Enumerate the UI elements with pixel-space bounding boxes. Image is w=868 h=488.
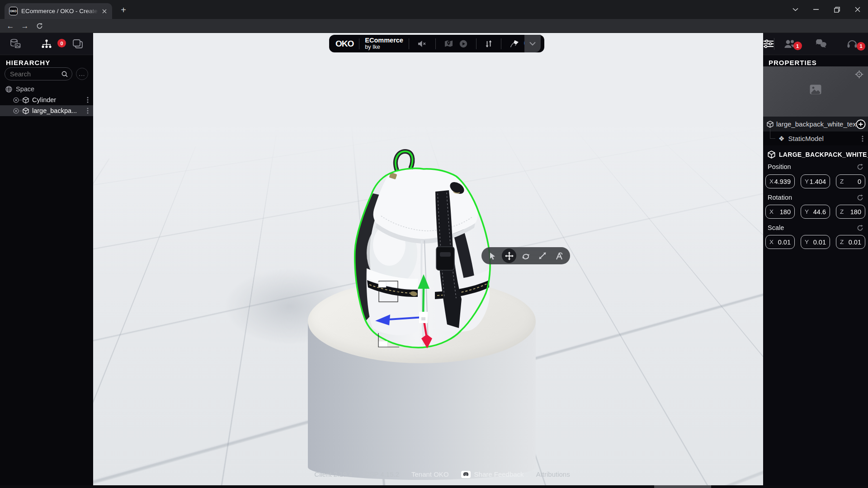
component-row[interactable]: ❖ StaticModel: [763, 131, 868, 145]
oko-logo: OKO: [335, 39, 354, 49]
support-headset-icon[interactable]: 1: [837, 39, 868, 49]
left-icon-bar: 0: [0, 33, 93, 55]
window-restore-icon[interactable]: [826, 0, 847, 19]
pivot-axis-tool-icon[interactable]: [552, 249, 566, 263]
reload-icon[interactable]: [33, 19, 46, 33]
tree-label: Space: [16, 85, 34, 93]
share-feedback-link[interactable]: Share Feedback: [461, 470, 524, 478]
row-kebab-icon[interactable]: [87, 97, 89, 103]
scale-x-field[interactable]: X0.01: [765, 235, 795, 249]
scenes-badge: 0: [57, 39, 66, 47]
properties-tab-icon[interactable]: [763, 39, 774, 48]
window-close-icon[interactable]: [847, 0, 868, 19]
discord-icon: [461, 471, 471, 478]
strap-buckle: [436, 247, 454, 270]
hierarchy-more-icon[interactable]: ...: [76, 68, 88, 80]
node-row[interactable]: large_backpack_white_text: [763, 117, 868, 131]
chat-icon[interactable]: [806, 39, 837, 48]
client-version: Client 2.19.4: [314, 470, 352, 478]
tab-close-icon[interactable]: [100, 7, 108, 15]
component-diamond-icon: ❖: [778, 135, 784, 143]
gizmo-y-axis-arrow[interactable]: [418, 274, 429, 317]
rotate-tool-icon[interactable]: [519, 249, 533, 263]
left-sidebar: 0 HIERARCHY ... Space Cylinder: [0, 33, 93, 488]
select-tool-cursor-icon[interactable]: [485, 249, 500, 263]
add-component-icon[interactable]: [856, 119, 866, 129]
reset-rotation-icon[interactable]: [857, 194, 863, 201]
gizmo-center-handle[interactable]: [419, 312, 428, 323]
position-x-field[interactable]: X4.939: [765, 174, 795, 188]
forward-icon[interactable]: →: [18, 19, 32, 33]
model-preview: [763, 66, 868, 117]
play-icon[interactable]: [459, 40, 467, 48]
scale-z-field[interactable]: Z0.01: [836, 235, 865, 249]
plane-handle-top[interactable]: [378, 281, 398, 302]
speed-kite-icon[interactable]: [510, 40, 519, 48]
tree-row-backpack[interactable]: large_backpa...: [0, 105, 93, 116]
tab-title: ECommerce / OKO - Create acro: [21, 8, 100, 14]
move-tool-icon[interactable]: [502, 249, 516, 263]
csp-version: CSP 4.15.2: [365, 470, 399, 478]
transform-gizmo[interactable]: [364, 268, 486, 367]
sort-order-icon[interactable]: [485, 40, 492, 47]
globe-icon: [5, 86, 12, 93]
back-icon[interactable]: ←: [4, 19, 17, 33]
rotation-z-field[interactable]: Z180: [836, 205, 865, 219]
rotation-y-field[interactable]: Y44.6: [801, 205, 830, 219]
tree-row-cylinder[interactable]: Cylinder: [0, 94, 93, 105]
tenant-label: Tenant OKO: [411, 470, 449, 478]
hierarchy-search[interactable]: [5, 67, 72, 80]
position-z-field[interactable]: Z0: [836, 174, 865, 188]
scale-fields: X0.01 Y0.01 Z0.01: [765, 235, 868, 249]
model-title-row: LARGE_BACKPACK_WHITE_...: [768, 150, 868, 159]
3d-viewport[interactable]: Client 2.19.4 CSP 4.15.2 Tenant OKO Shar…: [93, 33, 763, 488]
toolbar-expand-chevron-icon[interactable]: [524, 35, 541, 52]
visibility-toggle-icon[interactable]: [13, 108, 19, 114]
new-tab-button[interactable]: +: [118, 4, 129, 16]
scrollbar-thumb[interactable]: [654, 485, 711, 488]
tree-label: large_backpa...: [32, 107, 77, 114]
browser-toolbar: ← → app.oko.live/space/6568e5361f11e5be1…: [0, 19, 868, 33]
horizontal-scrollbar[interactable]: [0, 485, 868, 488]
focus-target-icon[interactable]: [855, 70, 863, 79]
window-minimize-icon[interactable]: [806, 0, 826, 19]
cube-icon: [23, 108, 29, 114]
collaborators-badge: 1: [793, 42, 802, 50]
position-y-field[interactable]: Y1.404: [801, 174, 830, 188]
scale-tool-icon[interactable]: [535, 249, 550, 263]
rotation-section: Rotation: [768, 194, 863, 201]
component-name: StaticModel: [788, 135, 823, 142]
collaborators-icon[interactable]: 1: [774, 39, 805, 48]
visibility-toggle-icon[interactable]: [13, 97, 19, 103]
reset-scale-icon[interactable]: [857, 225, 863, 231]
scale-section: Scale: [768, 224, 863, 231]
support-badge: 1: [857, 42, 865, 51]
assets-library-icon[interactable]: [0, 39, 31, 49]
scenes-layers-icon[interactable]: 0: [62, 39, 93, 49]
cube-icon: [768, 150, 775, 159]
mute-audio-icon[interactable]: [418, 40, 427, 47]
space-byline: by Ike: [365, 44, 403, 50]
space-name: ECommerce: [365, 37, 403, 44]
tree-row-space[interactable]: Space: [0, 84, 93, 94]
component-kebab-icon[interactable]: [862, 136, 863, 142]
plane-handle-bottom[interactable]: [378, 333, 399, 347]
browser-tab[interactable]: OKO ECommerce / OKO - Create acro: [5, 3, 112, 19]
row-kebab-icon[interactable]: [87, 108, 89, 114]
reset-position-icon[interactable]: [857, 164, 863, 170]
gizmo-x-axis-arrow[interactable]: [375, 314, 423, 325]
scale-y-field[interactable]: Y0.01: [801, 235, 830, 249]
right-sidebar: 1 1 PROPERTIES large_backpack_white_text…: [763, 33, 868, 488]
cube-icon: [767, 121, 774, 128]
rotation-x-field[interactable]: X180: [765, 205, 795, 219]
model-title: LARGE_BACKPACK_WHITE_...: [779, 151, 868, 158]
tree-label: Cylinder: [32, 96, 56, 103]
search-input[interactable]: [10, 70, 61, 78]
tab-search-chevron-icon[interactable]: [785, 0, 806, 19]
oko-favicon: OKO: [9, 7, 18, 15]
attributions-link[interactable]: Attributions: [536, 470, 570, 478]
rotation-fields: X180 Y44.6 Z180: [765, 205, 868, 219]
search-icon: [61, 71, 68, 77]
image-placeholder-icon: [810, 84, 821, 94]
map-teleport-icon[interactable]: [444, 40, 453, 47]
